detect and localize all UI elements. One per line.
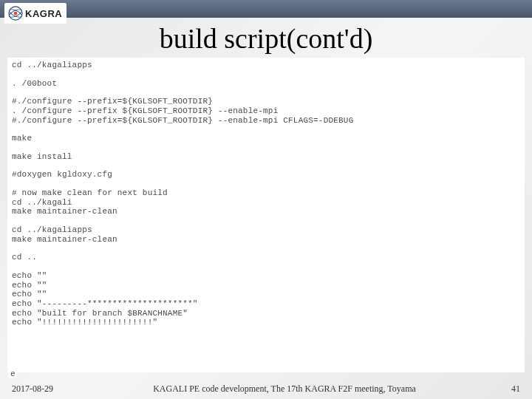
svg-point-3	[14, 12, 18, 16]
code-line: #doxygen kgldoxy.cfg	[12, 170, 520, 180]
code-line: echo ""	[12, 271, 520, 281]
code-line: echo "---------*********************"	[12, 299, 520, 309]
code-line: echo ""	[12, 290, 520, 299]
code-line: make maintainer-clean	[12, 235, 520, 245]
code-line: cd ../kagaliapps	[12, 61, 520, 70]
code-line: cd ../kagali	[12, 198, 520, 208]
code-line: echo "!!!!!!!!!!!!!!!!!!!!!!"	[12, 318, 520, 327]
kagra-logo-icon	[7, 5, 24, 21]
code-line: . /configure --prefix ${KGLSOFT_ROOTDIR}…	[12, 106, 520, 116]
code-line: # now make clean for next build	[12, 188, 520, 198]
footer-page: 41	[491, 383, 520, 395]
footer-center: KAGALI PE code development, The 17th KAG…	[78, 383, 491, 395]
footer: 2017-08-29 KAGALI PE code development, T…	[0, 383, 532, 395]
code-line: cd ..	[12, 253, 520, 262]
code-block: cd ../kagaliapps. /00boot#./configure --…	[7, 58, 525, 372]
code-line: #./configure --prefix=${KGLSOFT_ROOTDIR}	[12, 97, 520, 106]
code-line: echo "built for branch $BRANCHNAME"	[12, 309, 520, 318]
code-line: make maintainer-clean	[12, 207, 520, 216]
code-line: echo ""	[12, 281, 520, 290]
footer-date: 2017-08-29	[12, 383, 78, 395]
code-line: #./configure --prefix=${KGLSOFT_ROOTDIR}…	[12, 116, 520, 126]
logo-text: KAGRA	[25, 8, 62, 19]
stray-char: e	[9, 369, 17, 378]
logo: KAGRA	[4, 3, 66, 24]
code-line: make	[12, 134, 520, 143]
code-line: . /00boot	[12, 79, 520, 89]
slide-title: build script(cont'd)	[0, 22, 532, 55]
header-bar	[0, 0, 532, 18]
code-line: cd ../kagaliapps	[12, 225, 520, 235]
code-line: make install	[12, 152, 520, 162]
